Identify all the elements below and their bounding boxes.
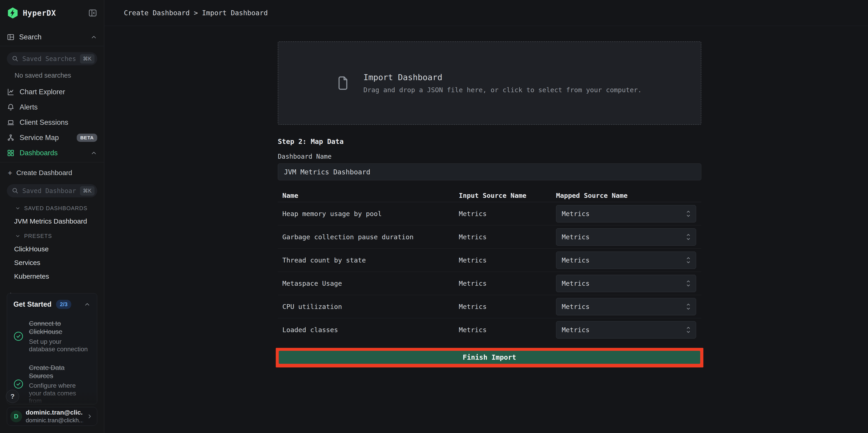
file-icon	[337, 73, 348, 93]
service-map-icon	[7, 134, 14, 142]
sidebar-item-jvm-metrics-dashboard[interactable]: JVM Metrics Dashboard	[14, 217, 97, 225]
chevron-up-down-icon	[685, 210, 691, 218]
chevron-up-down-icon	[685, 233, 691, 241]
table-row: Loaded classes Metrics Metrics	[278, 318, 701, 341]
mapped-source-select[interactable]: Metrics	[556, 205, 696, 222]
sidebar: HyperDX Search	[0, 0, 104, 433]
column-header-mapped-source: Mapped Source Name	[556, 192, 701, 199]
sidebar-item-alerts[interactable]: Alerts	[7, 102, 97, 113]
sidebar-item-services[interactable]: Services	[14, 259, 97, 267]
bell-icon	[7, 103, 14, 111]
input-source-value: Metrics	[459, 326, 556, 334]
sidebar-item-clickhouse[interactable]: ClickHouse	[14, 245, 97, 253]
mapping-table: Name Input Source Name Mapped Source Nam…	[278, 189, 701, 341]
hyperdx-logo-icon	[7, 7, 19, 19]
get-started-header[interactable]: Get Started 2/3	[13, 300, 91, 309]
table-header: Name Input Source Name Mapped Source Nam…	[278, 189, 701, 202]
step-description: Set up your database connection	[29, 338, 88, 353]
sidebar-item-label: Service Map	[20, 134, 59, 142]
step-description: Configure where your data comes from	[29, 382, 88, 404]
dashboard-name-label: Dashboard Name	[278, 153, 701, 160]
dropzone-title: Import Dashboard	[364, 73, 642, 82]
import-column: Import Dashboard Drag and drop a JSON fi…	[278, 26, 701, 367]
step-title: Connect to ClickHouse	[29, 319, 88, 336]
input-source-value: Metrics	[459, 210, 556, 218]
search-icon	[12, 187, 19, 194]
app-title: HyperDX	[23, 9, 56, 18]
shortcut-badge: ⌘K	[80, 54, 94, 63]
beta-badge: BETA	[77, 134, 97, 142]
annotation-highlight-box: Finish Import	[276, 348, 703, 367]
column-header-name: Name	[278, 192, 459, 199]
breadcrumb-create-dashboard[interactable]: Create Dashboard	[124, 9, 190, 17]
selected-option: Metrics	[562, 326, 590, 334]
chart-name: CPU utilization	[278, 303, 459, 311]
json-dropzone[interactable]: Import Dashboard Drag and drop a JSON fi…	[278, 41, 701, 125]
breadcrumb-separator: >	[194, 9, 198, 17]
check-circle-icon	[13, 379, 24, 389]
selected-option: Metrics	[562, 280, 590, 287]
chevron-up-down-icon	[685, 302, 691, 311]
input-source-value: Metrics	[459, 256, 556, 264]
step-title: Create Data Sources	[29, 364, 88, 380]
search-section-header[interactable]: Search	[7, 32, 97, 42]
dashboard-name-input[interactable]	[278, 163, 701, 180]
create-dashboard-button[interactable]: + Create Dashboard	[8, 167, 97, 178]
group-label: SAVED DASHBOARDS	[24, 205, 87, 212]
input-source-value: Metrics	[459, 233, 556, 241]
saved-dashboards-group-header[interactable]: SAVED DASHBOARDS	[15, 205, 97, 212]
search-icon	[12, 55, 19, 62]
presets-group-header[interactable]: PRESETS	[15, 233, 97, 239]
chart-name: Heap memory usage by pool	[278, 210, 459, 218]
hyperdx-app: HyperDX Search	[0, 0, 868, 433]
user-name: dominic.tran@clic...	[26, 409, 83, 416]
user-menu[interactable]: D dominic.tran@clic... dominic.tran@clic…	[7, 407, 97, 426]
get-started-step-data-sources[interactable]: Create Data Sources Configure where your…	[13, 364, 91, 404]
search-section-label: Search	[19, 33, 41, 41]
chevron-up-icon[interactable]	[90, 150, 97, 156]
mapped-source-select[interactable]: Metrics	[556, 252, 696, 269]
group-label: PRESETS	[24, 233, 52, 239]
mapped-source-select[interactable]: Metrics	[556, 298, 696, 315]
mapped-source-select[interactable]: Metrics	[556, 228, 696, 246]
laptop-icon	[7, 119, 14, 126]
input-source-value: Metrics	[459, 303, 556, 311]
help-button[interactable]: ?	[6, 390, 19, 403]
chevron-down-icon	[15, 206, 21, 211]
mapped-source-select[interactable]: Metrics	[556, 275, 696, 292]
saved-searches-search[interactable]: ⌘K	[7, 52, 97, 65]
selected-option: Metrics	[562, 210, 590, 218]
chart-name: Loaded classes	[278, 326, 459, 334]
dashboards-grid-icon	[7, 149, 14, 157]
chart-name: Thread count by state	[278, 256, 459, 264]
sidebar-item-service-map[interactable]: Service Map BETA	[7, 132, 97, 143]
user-email: dominic.tran@clickh...	[26, 417, 83, 424]
sidebar-item-label: Chart Explorer	[20, 88, 65, 96]
chevron-up-icon[interactable]	[84, 301, 91, 308]
get-started-step-connect[interactable]: Connect to ClickHouse Set up your databa…	[13, 319, 91, 353]
selected-option: Metrics	[562, 303, 590, 311]
collapse-sidebar-icon[interactable]	[88, 8, 97, 18]
saved-searches-input[interactable]	[22, 55, 76, 63]
mapped-source-select[interactable]: Metrics	[556, 321, 696, 339]
saved-dashboards-search[interactable]: ⌘K	[7, 184, 97, 197]
no-saved-searches-note: No saved searches	[14, 72, 97, 79]
chevron-up-icon[interactable]	[90, 34, 97, 40]
progress-badge: 2/3	[56, 300, 71, 309]
saved-dashboards-input[interactable]	[22, 187, 76, 195]
sidebar-item-label: Dashboards	[20, 149, 58, 157]
sidebar-item-chart-explorer[interactable]: Chart Explorer	[7, 87, 97, 97]
table-row: Garbage collection pause duration Metric…	[278, 225, 701, 249]
sidebar-item-kubernetes[interactable]: Kubernetes	[14, 273, 97, 280]
get-started-title: Get Started	[13, 300, 52, 308]
get-started-panel: Get Started 2/3 Connect to ClickHouse Se…	[7, 293, 97, 404]
sidebar-item-client-sessions[interactable]: Client Sessions	[7, 117, 97, 128]
sidebar-item-dashboards[interactable]: Dashboards	[7, 148, 97, 158]
logo-row: HyperDX	[7, 7, 97, 19]
selected-option: Metrics	[562, 233, 590, 241]
chart-explorer-icon	[7, 88, 14, 96]
breadcrumb: Create Dashboard > Import Dashboard	[124, 9, 268, 17]
finish-import-button[interactable]: Finish Import	[279, 351, 700, 364]
search-section-icon	[7, 33, 14, 41]
table-row: Metaspace Usage Metrics Metrics	[278, 272, 701, 295]
